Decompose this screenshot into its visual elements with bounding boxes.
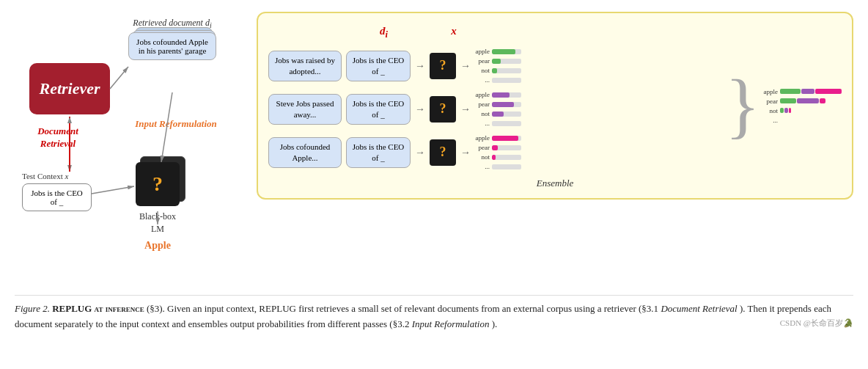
ensemble-x-3: Jobs is the CEO of _	[346, 137, 411, 168]
svg-line-1	[110, 67, 128, 89]
ensemble-x-1: Jobs is the CEO of _	[346, 51, 411, 81]
mini-bars-2: apple pear not ...	[475, 91, 521, 127]
ensemble-section: di x Jobs was raised by adopted... Jobs …	[257, 12, 853, 200]
caption-italic-1: Document Retrieval	[661, 303, 737, 314]
caption-text-3: ).	[492, 318, 498, 329]
retrieved-doc-card: Jobs cofounded Apple in his parents' gar…	[128, 32, 216, 60]
blackbox-cube: ?	[136, 162, 180, 206]
caption-italic-2: Input Reformulation	[412, 318, 490, 329]
ensemble-label: Ensemble	[268, 178, 842, 189]
combined-row-dots: ...	[763, 117, 780, 124]
retriever-label: Retriever	[39, 79, 100, 98]
input-reform-text: Input Reformulation	[135, 118, 217, 129]
cube-q-2: ?	[440, 101, 446, 117]
ensemble-cube-2: ?	[430, 96, 456, 123]
arrow-4: →	[460, 103, 471, 115]
combined-output-area: } apple pear	[725, 35, 842, 176]
retriever-box: Retriever	[29, 63, 110, 114]
combined-row-pear: pear	[763, 98, 825, 105]
ensemble-doc-3: Jobs cofounded Apple...	[268, 137, 342, 168]
ensemble-doc-2: Steve Jobs passed away...	[268, 94, 342, 125]
mini-bars-3: apple pear not ...	[475, 134, 521, 170]
arrow-2: →	[460, 60, 471, 72]
caption: Figure 2. REPLUG at inference (§3). Give…	[15, 295, 853, 332]
left-diagram: Retrieved document di Jobs cofounded App…	[15, 12, 249, 283]
caption-fig-num: Figure 2.	[15, 303, 50, 314]
test-context-box: Test Context x Jobs is the CEO of _	[22, 172, 92, 211]
caption-section-ref: (§3).	[147, 303, 165, 314]
doc-text: Jobs cofounded Apple in his parents' gar…	[136, 37, 208, 55]
arrow-3: →	[415, 103, 425, 115]
caption-text-1: Given an input context, REPLUG first ret…	[167, 303, 658, 314]
col-x-header: x	[422, 25, 486, 40]
ensemble-cube-3: ?	[430, 139, 456, 166]
watermark: CSDN @长命百岁🐊	[780, 317, 853, 330]
blackbox-area: ? Black-boxLM Apple	[136, 162, 180, 252]
test-context-label: Test Context x	[22, 172, 92, 180]
ensemble-x-2: Jobs is the CEO of _	[346, 94, 411, 125]
combined-row-not: not	[763, 107, 791, 114]
caption-title: REPLUG at inference	[52, 303, 144, 314]
mini-bars-1: apple pear not ...	[475, 48, 521, 84]
test-context-card: Jobs is the CEO of _	[22, 183, 92, 211]
ensemble-doc-1: Jobs was raised by adopted...	[268, 51, 342, 81]
combined-row-apple: apple	[763, 88, 842, 95]
question-mark-icon: ?	[152, 172, 163, 196]
arrow-1: →	[415, 60, 425, 72]
doc-retrieval-text: Document Retrieval	[37, 125, 78, 149]
arrow-6: →	[460, 147, 471, 158]
svg-line-5	[92, 186, 134, 194]
input-reform-label: Input Reformulation	[128, 118, 224, 131]
document-stack: Retrieved document di Jobs cofounded App…	[128, 18, 216, 60]
combined-bars: apple pear not	[763, 88, 842, 124]
retrieved-doc-label: Retrieved document di	[133, 18, 211, 29]
col-di-header: di	[349, 25, 419, 40]
cube-q-3: ?	[440, 145, 446, 160]
doc-retrieval-label: Document Retrieval	[25, 125, 91, 150]
apple-output: Apple	[144, 240, 171, 252]
blackbox-label: Black-boxLM	[139, 211, 176, 235]
bracket-icon: }	[725, 69, 760, 142]
ensemble-cube-1: ?	[430, 53, 456, 79]
diagram-area: Retrieved document di Jobs cofounded App…	[15, 12, 853, 283]
test-context-text: Jobs is the CEO of _	[31, 189, 83, 206]
cube-q-1: ?	[440, 58, 446, 73]
arrow-5: →	[415, 147, 425, 158]
